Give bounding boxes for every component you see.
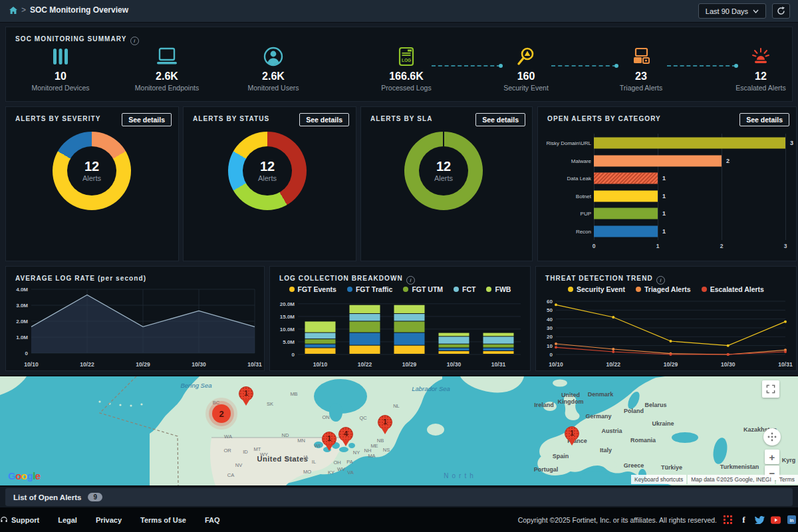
keyboard-shortcuts-link[interactable]: Keyboard shortcuts: [631, 475, 686, 484]
map-pin[interactable]: 1: [239, 386, 253, 401]
map-label: Bering Sea: [180, 382, 211, 389]
map-label: VA: [347, 469, 353, 475]
breadcrumb[interactable]: > SOC Monitoring Overview: [9, 5, 128, 15]
map-label: Labrador Sea: [412, 385, 450, 392]
panel-title: LOG COLLECTION BREAKDOWNi: [279, 275, 415, 285]
alerts-by-sla-donut: 12Alerts: [404, 132, 483, 210]
info-icon[interactable]: i: [406, 276, 415, 285]
map-zoom-in-button[interactable]: +: [765, 450, 779, 464]
svg-text:4.0M: 4.0M: [16, 287, 28, 293]
metric-monitored-users: 2.6K Monitored Users: [220, 45, 327, 92]
map-label: Romania: [630, 437, 656, 444]
category-bar: [594, 208, 658, 219]
log-collection-chart: 05.0M10.0M15.0M20.0M10/1010/2210/2910/30…: [270, 297, 531, 372]
map-pin[interactable]: 4: [338, 427, 353, 442]
legend-label: FCT: [462, 285, 475, 293]
youtube-icon[interactable]: [771, 515, 781, 525]
map-fullscreen-button[interactable]: [762, 380, 779, 398]
map-label: Greece: [624, 462, 644, 469]
map-pin[interactable]: 1: [378, 415, 392, 430]
facebook-icon[interactable]: f: [739, 515, 749, 525]
threat-trend-legend: Security EventTriaged AlertsEscalated Al…: [536, 285, 796, 293]
footer-right: Copyright ©2025 Fortinet, Inc. or its af…: [518, 507, 797, 532]
faq-link[interactable]: FAQ: [205, 516, 220, 524]
linkedin-icon[interactable]: in: [787, 515, 797, 525]
map-pin[interactable]: 1: [322, 432, 336, 446]
map-pin[interactable]: 1: [565, 426, 579, 441]
google-logo-letter: G: [8, 470, 15, 481]
see-details-button[interactable]: See details: [299, 113, 349, 126]
breadcrumb-separator: >: [21, 5, 26, 15]
map-pan-control[interactable]: [763, 428, 781, 446]
fortinet-icon[interactable]: [723, 515, 733, 525]
alerts-by-status-donut: 12Alerts: [228, 132, 307, 210]
svg-text:10/31: 10/31: [247, 361, 262, 368]
legend-item: FGT UTM: [403, 285, 443, 293]
time-range-dropdown[interactable]: Last 90 Days: [698, 3, 766, 19]
soc-dashboard: > SOC Monitoring Overview Last 90 Days S…: [0, 0, 798, 532]
twitter-icon[interactable]: [755, 515, 765, 525]
map-label: OR: [223, 448, 231, 454]
panel-title: ALERTS BY SLA: [370, 115, 433, 122]
metric-escalated-alerts: 12 Escalated Alerts: [708, 45, 798, 92]
svg-text:10/30: 10/30: [721, 361, 735, 368]
support-link[interactable]: Support: [0, 516, 39, 524]
legend-dot: [289, 287, 295, 292]
map-label: OH: [333, 460, 340, 466]
svg-text:0: 0: [292, 352, 295, 358]
legend-item: Security Event: [568, 285, 625, 293]
see-details-button[interactable]: See details: [122, 113, 172, 126]
flow-connector: [432, 65, 501, 66]
refresh-button[interactable]: [772, 3, 790, 19]
map-label: MB: [290, 391, 297, 397]
page-title: SOC Monitoring Overview: [30, 5, 128, 15]
legend-dot: [454, 287, 459, 292]
category-bar: [594, 138, 785, 149]
map-label: Austria: [601, 428, 622, 434]
copyright-text: Copyright ©2025 Fortinet, Inc. or its af…: [518, 516, 717, 524]
map-cluster-marker[interactable]: 2: [212, 404, 231, 423]
category-value: 3: [790, 140, 793, 146]
legend-item: Escalated Alerts: [702, 285, 764, 293]
map-label: Ireland: [534, 402, 554, 408]
svg-text:40: 40: [547, 317, 553, 323]
category-label: Data Leak: [541, 176, 591, 182]
home-icon[interactable]: [9, 7, 17, 14]
average-log-rate-panel: AVERAGE LOG RATE (per second) 01.0M2.0M3…: [5, 266, 265, 371]
alerts-world-map[interactable]: Bering SeaLabrador SeaUnited StatesNorth…: [0, 375, 798, 487]
map-label: ND: [282, 432, 289, 438]
threat-trend-chart: 010203040506010/1010/2210/2910/3010/31: [536, 297, 797, 372]
svg-text:10/10: 10/10: [313, 361, 328, 368]
alerts-by-status-panel: ALERTS BY STATUS See details 12Alerts: [183, 106, 356, 261]
legend-item: FGT Events: [289, 285, 336, 293]
category-value: 1: [662, 193, 666, 200]
map-label: North: [444, 472, 476, 479]
see-details-button[interactable]: See details: [475, 113, 525, 126]
legend-item: FCT: [454, 285, 475, 293]
svg-text:10/31: 10/31: [778, 361, 793, 368]
legal-link[interactable]: Legal: [58, 516, 77, 524]
grid-line: [722, 134, 722, 240]
map-label: NB: [377, 438, 384, 444]
devices-icon: [7, 45, 114, 68]
list-of-open-alerts-bar[interactable]: List of Open Alerts 9: [5, 488, 793, 506]
privacy-link[interactable]: Privacy: [96, 516, 122, 524]
info-icon[interactable]: i: [656, 276, 665, 285]
terms-of-use-link[interactable]: Terms of Use: [140, 516, 186, 524]
category-value: 1: [662, 210, 666, 217]
threat-detection-trend-panel: THREAT DETECTION TRENDi Security EventTr…: [535, 266, 797, 371]
map-label: Germany: [585, 413, 611, 420]
open-alerts-label: List of Open Alerts: [13, 493, 81, 501]
svg-text:10: 10: [547, 343, 553, 349]
map-terms-link[interactable]: Terms: [776, 475, 798, 484]
legend-label: Triaged Alerts: [644, 285, 691, 293]
chevron-down-icon: [753, 9, 759, 13]
svg-text:2.0M: 2.0M: [16, 319, 28, 325]
category-label: PUP: [541, 211, 591, 217]
legend-item: Triaged Alerts: [636, 285, 691, 293]
grid-line: [594, 134, 595, 240]
endpoints-icon: [114, 45, 220, 68]
open-alerts-by-category-chart: 0123Risky Domain\URL3Malware2Data Leak1B…: [538, 107, 797, 262]
panel-title: AVERAGE LOG RATE (per second): [15, 275, 146, 282]
map-label: NH: [364, 448, 372, 454]
